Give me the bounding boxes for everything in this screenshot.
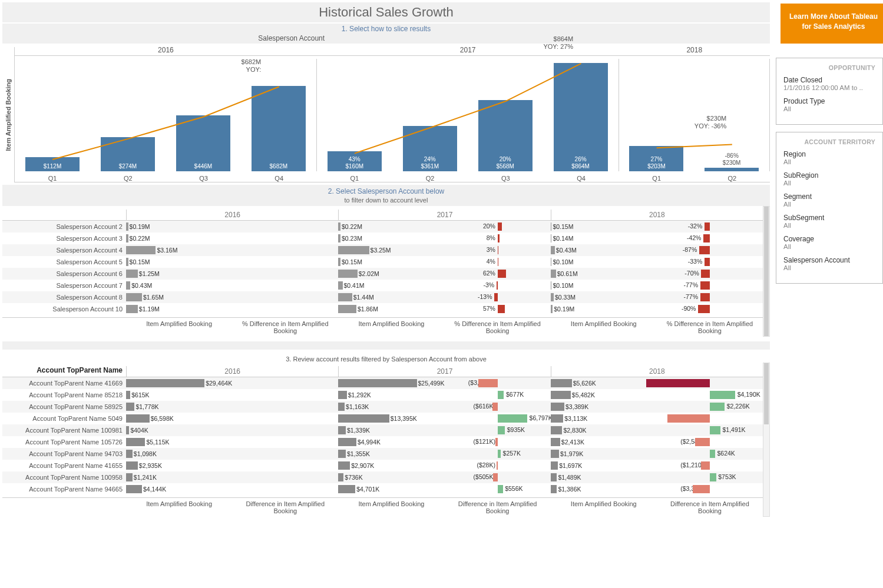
table-row[interactable]: Account TopParent Name 5049$6,598K$13,39… (2, 413, 763, 424)
account-table[interactable]: Account TopParent Name 2016 2017 2018 Ac… (2, 366, 763, 517)
table-row[interactable]: Account TopParent Name 58925$1,778K$1,16… (2, 401, 763, 413)
row-name: Salesperson Account 3 (2, 235, 126, 242)
col-footer: Item Amplified Booking (338, 318, 444, 337)
scrollbar[interactable] (763, 206, 770, 337)
col-footer: Item Amplified Booking (126, 318, 232, 337)
table-row[interactable]: Salesperson Account 10$1.19M$1.86M57%$0.… (2, 303, 763, 315)
col-footer: Item Amplified Booking (551, 318, 657, 337)
bar-slot[interactable]: 20%$568M (468, 59, 543, 171)
row-name: Salesperson Account 5 (2, 258, 126, 265)
table-row[interactable]: Salesperson Account 8$1.65M$1.44M-13%$0.… (2, 291, 763, 303)
table-row[interactable]: Account TopParent Name 85218$615K$1,292K… (2, 389, 763, 401)
bar: $112M (25, 157, 80, 171)
year-col-2018: 2018 (551, 210, 763, 220)
filter-salesperson[interactable]: Salesperson AccountAll (783, 256, 875, 271)
table-row[interactable]: Salesperson Account 2$0.19M$0.22M20%$0.1… (2, 221, 763, 232)
row-name: Salesperson Account 8 (2, 294, 126, 301)
year-col-2017: 2017 (338, 210, 550, 220)
bar-label: 43%$160M (328, 156, 382, 170)
quarter-label: Q3 (468, 175, 543, 182)
bar-slot[interactable]: 43%$160M (317, 59, 392, 171)
section2-header: 2. Select Salesperson Account below to f… (2, 185, 770, 206)
col-footer: Item Amplified Booking (338, 498, 444, 517)
scrollbar[interactable] (763, 363, 770, 517)
table-row[interactable]: Account TopParent Name 100958$1,241K$736… (2, 471, 763, 483)
filter-box-title: OPPORTUNITY (783, 64, 875, 71)
slice-instruction: 1. Select how to slice results (258, 25, 514, 33)
learn-more-button[interactable]: Learn More About Tableau for Sales Analy… (781, 4, 883, 44)
table-row[interactable]: Salesperson Account 7$0.43M$0.41M-3%$0.1… (2, 280, 763, 291)
quarter-label: Q2 (392, 175, 468, 182)
quarter-label: Q1 (619, 175, 695, 182)
filter-region[interactable]: RegionAll (783, 150, 875, 165)
slice-selector[interactable]: 1. Select how to slice results Salespers… (2, 24, 770, 44)
bar-slot[interactable]: $682M (241, 59, 316, 171)
salesperson-table[interactable]: 2016 2017 2018 Salesperson Account 2$0.1… (2, 210, 763, 337)
row-name: Salesperson Account 7 (2, 282, 126, 289)
filter-segment[interactable]: SegmentAll (783, 192, 875, 208)
col-footer: % Difference in Item Amplified Booking (445, 318, 551, 337)
bar-label: 20%$568M (478, 156, 533, 170)
bar: 27%$203M (629, 146, 683, 171)
table-row[interactable]: Salesperson Account 4$3.16M$3.25M3%$0.43… (2, 244, 763, 256)
bar-slot[interactable]: $112M (15, 59, 90, 171)
y-axis-label: Item Amplified Booking (2, 79, 14, 151)
row-name: Account TopParent Name 94703 (2, 450, 126, 457)
col-footer: Item Amplified Booking (551, 498, 657, 517)
bar: 20%$568M (478, 100, 533, 171)
bar-slot[interactable]: 26%$864M (543, 59, 619, 171)
bar-slot[interactable]: $274M (90, 59, 166, 171)
quarter-label: Q2 (90, 175, 166, 182)
chart-year-header: 2018 (619, 46, 770, 56)
page-title: Historical Sales Growth (2, 5, 770, 20)
col-footer: Difference in Item Amplified Booking (232, 498, 338, 517)
growth-chart[interactable]: Item Amplified Booking 201620172018 $112… (2, 47, 770, 182)
table-row[interactable]: Account TopParent Name 100981$404K$1,339… (2, 424, 763, 436)
table-row[interactable]: Account TopParent Name 105726$5,115K$4,9… (2, 436, 763, 448)
row-name: Account TopParent Name 85218 (2, 391, 126, 398)
table-row[interactable]: Salesperson Account 3$0.22M$0.23M8%$0.14… (2, 232, 763, 244)
quarter-label: Q1 (15, 175, 90, 182)
row-name: Account TopParent Name 100958 (2, 474, 126, 481)
table-row[interactable]: Salesperson Account 6$1.25M$2.02M62%$0.6… (2, 268, 763, 280)
row-name: Salesperson Account 4 (2, 247, 126, 254)
bar (705, 168, 759, 171)
bar-label: 26%$864M (554, 156, 608, 170)
chart-year-header: 2017 (317, 46, 619, 56)
bar-label: 27%$203M (629, 156, 683, 170)
table-row[interactable]: Salesperson Account 5$0.15M$0.15M4%$0.10… (2, 256, 763, 268)
row-name: Account TopParent Name 41669 (2, 380, 126, 387)
col-footer: Item Amplified Booking (126, 498, 232, 517)
row-name: Salesperson Account 6 (2, 270, 126, 277)
bar-slot[interactable]: $446M (166, 59, 241, 171)
row-name: Account TopParent Name 5049 (2, 415, 126, 422)
opportunity-filter-box: OPPORTUNITY Date Closed 1/1/2016 12:00:0… (776, 58, 883, 125)
bar-slot[interactable]: 27%$203M (619, 59, 695, 171)
year-col-2016: 2016 (126, 366, 338, 377)
bar: 24%$361M (403, 126, 457, 171)
bar-label: -86%$230M (723, 152, 741, 167)
table-row[interactable]: Account TopParent Name 94703$1,098K$1,35… (2, 448, 763, 460)
table-row[interactable]: Account TopParent Name 41655$2,935K$2,90… (2, 460, 763, 471)
bar-slot[interactable]: 24%$361M (392, 59, 468, 171)
filter-subregion[interactable]: SubRegionAll (783, 171, 875, 187)
filter-date-closed[interactable]: Date Closed 1/1/2016 12:00:00 AM to .. (783, 76, 875, 91)
chart-callout: $682MYOY: (242, 58, 262, 74)
section2-title: 2. Select Salesperson Account below (2, 187, 770, 195)
chart-callout: $864MYOY: 27% (543, 35, 573, 51)
chart-callout: $230MYOY: -36% (695, 115, 726, 130)
table-row[interactable]: Account TopParent Name 41669$29,464K$25,… (2, 377, 763, 389)
table-row[interactable]: Account TopParent Name 94665$4,144K$4,70… (2, 483, 763, 495)
section3-title: 3. Review account results filtered by Sa… (2, 356, 770, 363)
quarter-label: Q2 (695, 175, 770, 182)
row-name: Account TopParent Name 41655 (2, 462, 126, 469)
section2-sub: to filter down to account level (2, 197, 770, 204)
filter-coverage[interactable]: CoverageAll (783, 235, 875, 250)
year-col-2018: 2018 (551, 366, 763, 377)
filter-subsegment[interactable]: SubSegmentAll (783, 214, 875, 229)
bar-label: $682M (252, 163, 306, 170)
row-name: Account TopParent Name 94665 (2, 486, 126, 493)
filter-product-type[interactable]: Product Type All (783, 97, 875, 112)
year-col-2017: 2017 (338, 366, 550, 377)
bar: $274M (101, 137, 155, 171)
